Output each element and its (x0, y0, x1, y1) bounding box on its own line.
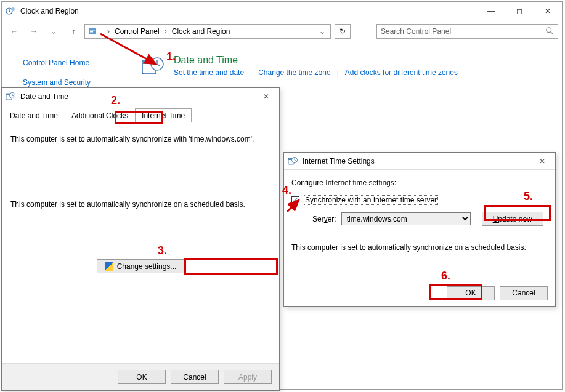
svg-rect-2 (89, 28, 96, 34)
chevron-down-icon: ⌄ (51, 27, 57, 36)
sidebar-link-home[interactable]: Control Panel Home (23, 58, 128, 67)
inettime-dialog-title: Internet Time Settings (303, 157, 375, 166)
sync-checkbox[interactable] (291, 196, 299, 204)
explorer-title: Clock and Region (20, 7, 79, 15)
sync-checkbox-row: Synchronize with an Internet time server (291, 196, 548, 204)
update-now-button[interactable]: Update now (482, 212, 543, 226)
cp-icon (87, 26, 97, 36)
sync-schedule-text: This computer is set to automatically sy… (10, 200, 270, 209)
sync-checkbox-label[interactable]: Synchronize with an Internet time server (304, 196, 437, 204)
date-time-window-icon (6, 92, 15, 102)
sidebar-link-security[interactable]: System and Security (23, 78, 128, 87)
date-time-close-button[interactable]: ✕ (257, 92, 275, 101)
link-change-timezone[interactable]: Change the time zone (258, 68, 330, 77)
back-button[interactable]: ← (6, 23, 23, 40)
datetime-cancel-button[interactable]: Cancel (171, 370, 219, 384)
minimize-icon: — (487, 7, 495, 15)
tab-internet-time[interactable]: Internet Time (135, 108, 192, 122)
svg-rect-3 (90, 30, 95, 31)
window-controls: — ◻ ✕ (477, 2, 562, 20)
inettime-window-icon (288, 156, 298, 166)
breadcrumb-chevron-icon: › (106, 27, 111, 36)
svg-rect-4 (90, 31, 93, 33)
search-icon (545, 26, 554, 37)
datetime-apply-button[interactable]: Apply (224, 370, 272, 384)
refresh-button[interactable]: ↻ (335, 24, 351, 39)
internet-time-settings-dialog: Internet Time Settings ✕ Configure Inter… (283, 152, 556, 307)
inettime-button-row: OK Cancel (284, 279, 555, 306)
breadcrumb-current[interactable]: Clock and Region (172, 27, 230, 36)
inettime-close-button[interactable]: ✕ (533, 157, 551, 166)
datetime-ok-button[interactable]: OK (118, 370, 166, 384)
inettime-status-text: This computer is set to automatically sy… (291, 243, 548, 252)
address-dropdown-icon[interactable]: ⌄ (317, 27, 328, 36)
server-select[interactable]: time.windows.com (341, 212, 471, 225)
refresh-icon: ↻ (339, 27, 346, 36)
close-icon: ✕ (263, 92, 269, 101)
forward-button[interactable]: → (25, 23, 43, 40)
tab-date-and-time[interactable]: Date and Time (3, 108, 65, 122)
clock-region-icon (6, 6, 15, 16)
inettime-body: Configure Internet time settings: Synchr… (284, 170, 555, 258)
up-icon: ↑ (71, 27, 75, 36)
section-links: Set the time and date | Change the time … (174, 68, 458, 77)
breadcrumb-root[interactable]: Control Panel (115, 27, 160, 36)
link-add-clocks[interactable]: Add clocks for different time zones (345, 68, 458, 77)
change-settings-label: Change settings... (117, 262, 177, 271)
uac-shield-icon (105, 262, 113, 271)
search-placeholder: Search Control Panel (381, 27, 451, 36)
link-separator: | (337, 68, 339, 77)
nav-row: ← → ⌄ ↑ › Control Panel › Clock and Regi… (2, 20, 562, 42)
date-time-dialog-title: Date and Time (20, 92, 68, 101)
maximize-icon: ◻ (516, 7, 522, 15)
sync-server-text: This computer is set to automatically sy… (10, 135, 270, 143)
tab-strip: Date and Time Additional Clocks Internet… (3, 108, 278, 122)
inettime-titlebar[interactable]: Internet Time Settings ✕ (284, 153, 555, 170)
link-separator: | (250, 68, 252, 77)
recent-dropdown[interactable]: ⌄ (45, 23, 62, 40)
forward-icon: → (30, 27, 38, 36)
date-time-titlebar[interactable]: Date and Time ✕ (2, 88, 279, 105)
up-button[interactable]: ↑ (65, 23, 82, 40)
date-time-button-row: OK Cancel Apply (2, 363, 279, 390)
inettime-ok-button[interactable]: OK (447, 286, 495, 300)
change-settings-button[interactable]: Change settings... (97, 259, 185, 273)
back-icon: ← (10, 27, 18, 36)
section-heading[interactable]: Date and Time (174, 55, 458, 66)
internet-time-tabpane: This computer is set to automatically sy… (2, 122, 279, 286)
close-button[interactable]: ✕ (534, 2, 562, 20)
inettime-cancel-button[interactable]: Cancel (500, 286, 548, 300)
svg-point-5 (547, 27, 551, 32)
date-time-icon (140, 55, 165, 79)
server-row: Server: time.windows.com Update now (312, 212, 548, 226)
breadcrumb-chevron-icon: › (163, 27, 168, 36)
close-icon: ✕ (545, 7, 551, 15)
search-input[interactable]: Search Control Panel (376, 24, 558, 39)
update-now-rest: pdate now (498, 215, 532, 223)
link-set-time-date[interactable]: Set the time and date (174, 68, 244, 77)
tab-additional-clocks[interactable]: Additional Clocks (65, 108, 135, 122)
address-bar[interactable]: › Control Panel › Clock and Region ⌄ (84, 24, 331, 39)
close-icon: ✕ (539, 157, 545, 166)
explorer-titlebar[interactable]: Clock and Region — ◻ ✕ (2, 2, 562, 20)
minimize-button[interactable]: — (477, 2, 505, 20)
svg-point-1 (11, 7, 15, 11)
server-label: Server: (312, 215, 336, 223)
maximize-button[interactable]: ◻ (505, 2, 534, 20)
date-time-dialog: Date and Time ✕ Date and Time Additional… (1, 87, 280, 391)
configure-label: Configure Internet time settings: (291, 178, 548, 187)
